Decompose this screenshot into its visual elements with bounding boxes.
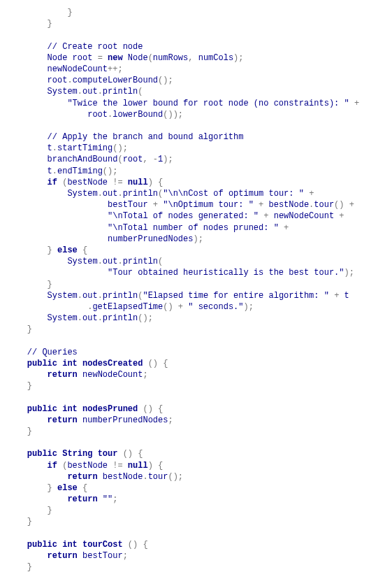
token: }	[67, 8, 72, 17]
token: .	[67, 76, 72, 85]
token: ;	[143, 370, 147, 380]
token: );	[193, 234, 203, 244]
token: root	[87, 110, 108, 120]
token: {	[82, 483, 87, 493]
code-line: root.computeLowerBound();	[7, 75, 385, 86]
token: t	[344, 291, 349, 301]
token: +	[153, 200, 163, 210]
code-line: }	[7, 380, 385, 392]
token: .	[78, 291, 82, 301]
token: .	[117, 189, 122, 199]
token: println	[103, 291, 138, 301]
token: lowerBound	[112, 110, 163, 120]
token: numberPrunedNodes	[82, 415, 168, 425]
code-line: .getElapsedTime() + " seconds.");	[7, 301, 385, 313]
token: (	[158, 257, 163, 266]
token: }	[27, 562, 32, 572]
token: return	[48, 551, 82, 561]
code-line	[7, 29, 385, 41]
token: bestNode	[268, 200, 309, 210]
token: tourCost	[82, 540, 128, 550]
code-line: }	[7, 18, 385, 29]
token: System	[48, 313, 78, 323]
token: nodesPruned	[82, 404, 143, 414]
token: ();	[158, 76, 173, 85]
token: {	[82, 245, 87, 255]
token: tour	[314, 200, 334, 210]
token: public int	[27, 540, 82, 550]
token: () {	[123, 449, 143, 459]
token: ;	[168, 415, 173, 425]
token: "Twice the lower bound for root node (no…	[67, 99, 354, 108]
token: .	[52, 143, 57, 153]
token: , -	[143, 155, 158, 164]
token: .	[98, 313, 103, 323]
token: computeLowerBound	[73, 76, 158, 85]
token: return	[67, 472, 102, 482]
token: }	[48, 245, 57, 255]
code-line: }	[7, 562, 385, 573]
token: println	[123, 257, 158, 266]
code-line: branchAndBound(root, -1);	[7, 154, 385, 165]
token: ;	[112, 494, 117, 504]
token: () {	[148, 359, 168, 369]
code-block: } } // Create root node Node root = new …	[7, 7, 385, 579]
token: +	[259, 200, 268, 210]
token: (	[117, 155, 122, 164]
token: }	[48, 506, 52, 515]
token: "Elapsed time for entire algorithm: "	[143, 291, 334, 301]
token: System	[48, 87, 78, 96]
token: () +	[334, 200, 354, 210]
token: ());	[163, 110, 183, 120]
code-line: if (bestNode != null) {	[7, 177, 385, 188]
token: }	[27, 381, 32, 391]
code-line	[7, 437, 385, 448]
token: );	[344, 268, 354, 278]
token: ++;	[108, 64, 123, 74]
token: out	[103, 189, 118, 199]
code-line: return newNodeCount;	[7, 369, 385, 380]
token: ,	[188, 53, 198, 63]
token: ) {	[148, 178, 164, 187]
code-line	[7, 120, 385, 131]
token: newNodeCount	[48, 64, 108, 74]
token: newNodeCount	[82, 370, 143, 380]
code-line: t.endTiming();	[7, 166, 385, 177]
token: null	[128, 461, 148, 471]
code-line: public int tourCost () {	[7, 539, 385, 550]
token: System	[48, 291, 78, 301]
token: out	[82, 313, 98, 323]
token: branchAndBound	[48, 155, 118, 164]
token: }	[27, 324, 32, 334]
token: return	[67, 494, 102, 504]
token: }	[48, 483, 57, 493]
code-line: public String tour () {	[7, 448, 385, 459]
token: numCols	[198, 53, 233, 63]
token: out	[82, 87, 98, 96]
token: .	[78, 87, 82, 96]
code-line	[7, 335, 385, 346]
token: null	[128, 178, 148, 187]
token: public int	[27, 404, 82, 414]
token: Node	[128, 53, 148, 63]
code-line: }	[7, 505, 385, 516]
token: if	[48, 461, 63, 471]
token: "\nOptimum tour: "	[163, 200, 259, 210]
code-line: } else {	[7, 482, 385, 494]
token: numRows	[153, 53, 188, 63]
code-line: System.out.println("\n\nCost of optimum …	[7, 188, 385, 199]
token: .	[52, 166, 57, 176]
token: else	[57, 483, 82, 493]
code-line: public int nodesCreated () {	[7, 358, 385, 369]
token: +	[334, 291, 344, 301]
token: }	[27, 517, 32, 527]
token: +	[309, 189, 314, 199]
code-line: public int nodesPruned () {	[7, 403, 385, 415]
token: "\n\nCost of optimum tour: "	[163, 189, 309, 199]
token: +	[339, 211, 344, 221]
token: println	[103, 313, 138, 323]
token: return	[48, 370, 82, 380]
code-line: }	[7, 7, 385, 18]
token: tour	[148, 472, 168, 482]
token: public int	[27, 359, 82, 369]
